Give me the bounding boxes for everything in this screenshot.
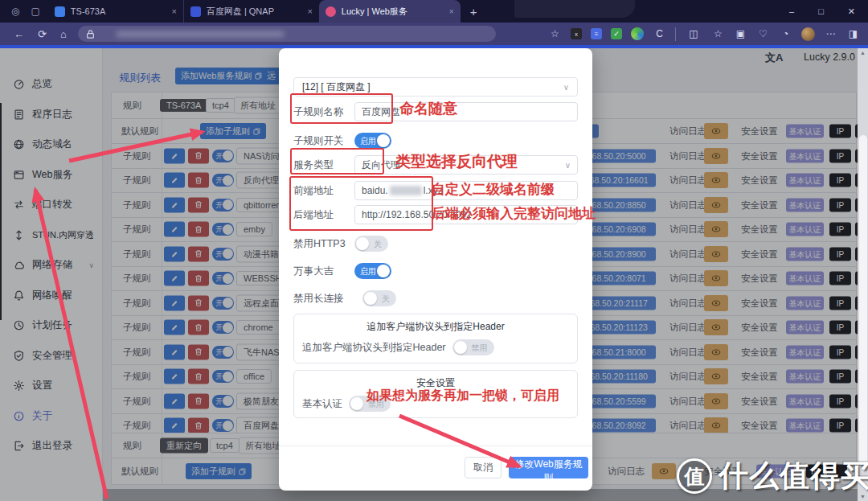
switch-label: 子规则开关: [293, 134, 354, 148]
scroll-up-icon[interactable]: ▲: [858, 50, 868, 55]
disable-http3-toggle[interactable]: 关: [354, 236, 388, 252]
service-type-select[interactable]: 反向代理∨: [354, 155, 578, 175]
tab-favicon: [55, 6, 65, 17]
chevron-down-icon: ∨: [563, 83, 569, 92]
tab-favicon: [190, 6, 201, 17]
frontend-row: 前端地址 baidu.l.xyz: [293, 180, 578, 201]
smzdm-logo: 值: [677, 458, 712, 494]
luck-toggle[interactable]: 启用: [354, 263, 391, 279]
blurred-domain: [390, 186, 422, 195]
browser-tab[interactable]: Lucky | Web服务 ×: [319, 0, 461, 23]
essentials-icon[interactable]: ♡: [756, 27, 770, 41]
split-screen-icon[interactable]: ◫: [675, 27, 702, 41]
header-append-label: 追加客户端协议头到指定Header: [302, 341, 446, 355]
cancel-button[interactable]: 取消: [465, 457, 502, 478]
close-button[interactable]: ✕: [848, 6, 855, 17]
favorites-icon[interactable]: ☆: [711, 27, 725, 41]
edit-webservice-rule-dialog: [12] [ 百度网盘 ] ∨ 子规则名称 百度网盘 子规则开关 启用 服务类型…: [279, 48, 592, 491]
tab-close-icon[interactable]: ×: [171, 6, 176, 16]
subrule-name-input[interactable]: 百度网盘: [354, 102, 578, 121]
profile-avatar[interactable]: [801, 27, 815, 41]
new-tab-button[interactable]: +: [470, 5, 477, 18]
subrule-collapse-select[interactable]: [12] [ 百度网盘 ] ∨: [293, 77, 578, 97]
keepalive-row: 禁用长连接 关: [293, 288, 578, 309]
watermark-text: 什么值得买: [719, 456, 868, 496]
backend-label: 后端地址: [293, 208, 354, 222]
security-settings-group: 安全设置 基本认证 禁用: [293, 370, 578, 418]
c-extension-icon[interactable]: C: [653, 27, 666, 41]
more-menu-icon[interactable]: ⋯: [824, 27, 837, 41]
basic-auth-toggle[interactable]: 禁用: [349, 396, 391, 412]
capture-icon[interactable]: ◔: [779, 27, 792, 41]
switch-row: 子规则开关 启用: [293, 130, 578, 151]
browser-tab[interactable]: TS-673A ×: [48, 0, 183, 23]
tab-title: TS-673A: [71, 6, 167, 16]
blurred-url: [116, 31, 285, 38]
page-scrollbar[interactable]: ▲ ▼: [858, 48, 868, 501]
header-append-group: 追加客户端协议头到指定Header 追加客户端协议头到指定Header 禁用: [293, 314, 578, 363]
tab-close-icon[interactable]: ×: [307, 6, 312, 16]
extension-dark-icon[interactable]: x: [571, 28, 582, 39]
backend-address-input[interactable]: http://192.168.50.20:8092: [354, 205, 578, 224]
scrollbar-thumb[interactable]: [859, 135, 867, 465]
minimize-button[interactable]: –: [789, 6, 794, 17]
maximize-button[interactable]: □: [818, 6, 824, 17]
toolbar-icons: ☆x≡✓C◫☆▣♡◔⋯◨: [548, 27, 860, 41]
workspaces-icon[interactable]: ◎: [11, 6, 19, 17]
browser-toolbar: ← ⟳ ⌂ ☆x≡✓C◫☆▣♡◔⋯◨: [0, 23, 868, 45]
subrule-switch-toggle[interactable]: 启用: [354, 133, 391, 149]
header-append-toggle[interactable]: 禁用: [452, 339, 494, 355]
tab-strip: TS-673A × 百度网盘 | QNAP × Lucky | Web服务 ×: [48, 0, 461, 23]
http3-row: 禁用HTTP3 关: [293, 233, 578, 254]
tab-actions-icon[interactable]: ▢: [31, 6, 39, 17]
frontend-label: 前端地址: [293, 184, 354, 198]
keepalive-label: 禁用长连接: [293, 292, 362, 306]
lock-icon: [86, 29, 95, 39]
browser-tab[interactable]: 百度网盘 | QNAP ×: [183, 0, 319, 23]
name-row: 子规则名称 百度网盘: [293, 101, 578, 122]
collections-icon[interactable]: ▣: [734, 27, 747, 41]
refresh-icon[interactable]: ⟳: [38, 28, 47, 40]
tab-close-icon[interactable]: ×: [448, 6, 453, 16]
backend-row: 后端地址 http://192.168.50.20:8092: [293, 204, 578, 225]
type-label: 服务类型: [293, 158, 354, 172]
back-icon[interactable]: ←: [14, 28, 24, 40]
watermark: 值 什么值得买: [677, 456, 868, 496]
chevron-down-icon: ∨: [565, 161, 571, 170]
window-ghost: [514, 0, 635, 18]
address-bar[interactable]: [78, 26, 496, 42]
luck-label: 万事大吉: [293, 265, 354, 278]
submit-modify-rule-button[interactable]: 修改Web服务规则: [509, 457, 588, 478]
screen: ◎ ▢ TS-673A × 百度网盘 | QNAP × Lucky | Web服…: [0, 0, 868, 501]
footer-divider: [279, 446, 592, 446]
tab-title: Lucky | Web服务: [342, 6, 444, 18]
type-row: 服务类型 反向代理∨: [293, 154, 578, 175]
group-title: 追加客户端协议头到指定Header: [294, 320, 577, 334]
shield-extension-icon[interactable]: ✓: [611, 28, 622, 39]
tab-title: 百度网盘 | QNAP: [207, 6, 303, 18]
name-label: 子规则名称: [293, 105, 354, 119]
luck-row: 万事大吉 启用: [293, 261, 578, 281]
idm-extension-icon[interactable]: [631, 27, 644, 40]
browser-titlebar: ◎ ▢ TS-673A × 百度网盘 | QNAP × Lucky | Web服…: [0, 0, 868, 23]
theme-strip: [0, 45, 868, 48]
frontend-address-input[interactable]: baidu.l.xyz: [354, 181, 578, 200]
group-title: 安全设置: [294, 376, 577, 390]
sidebar-panel-icon[interactable]: ◨: [846, 27, 860, 41]
http3-label: 禁用HTTP3: [293, 237, 354, 251]
tab-favicon: [326, 6, 336, 17]
disable-keepalive-toggle[interactable]: 关: [362, 290, 396, 306]
extension-blue-icon[interactable]: ≡: [591, 28, 602, 39]
basic-auth-label: 基本认证: [302, 397, 342, 411]
favorite-star-icon[interactable]: ☆: [548, 27, 562, 41]
home-icon[interactable]: ⌂: [60, 28, 67, 40]
